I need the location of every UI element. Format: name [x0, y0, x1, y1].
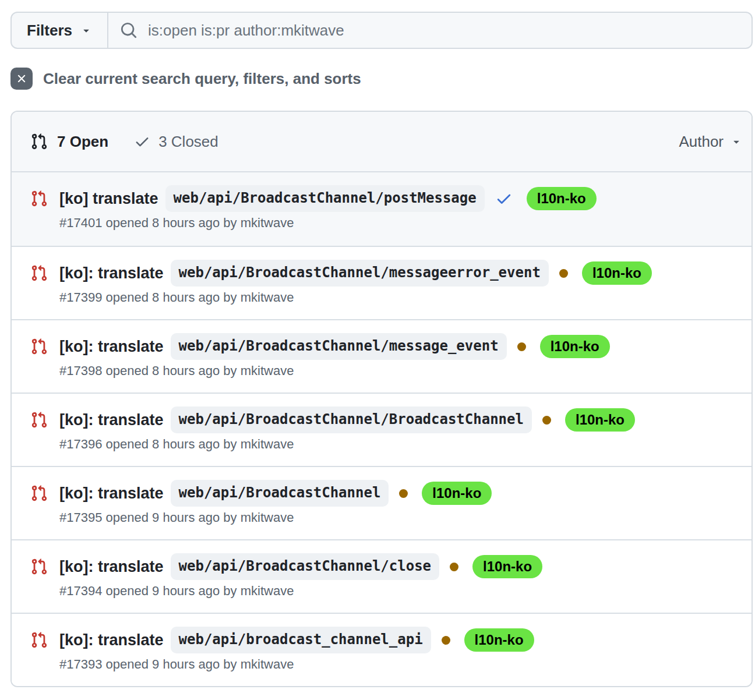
pr-title-link[interactable]: [ko]: translate web/api/BroadcastChannel… [59, 260, 549, 287]
pull-request-row[interactable]: [ko] translate web/api/BroadcastChannel/… [12, 172, 752, 246]
checks-pending-icon[interactable] [542, 416, 551, 425]
checks-pending-icon[interactable] [517, 342, 526, 351]
pr-meta-text: #17396 opened 8 hours ago by mkitwave [59, 437, 733, 452]
pr-meta-text: #17398 opened 8 hours ago by mkitwave [59, 363, 733, 379]
pr-meta-text: #17394 opened 9 hours ago by mkitwave [59, 584, 733, 599]
pull-request-row[interactable]: [ko]: translate web/api/BroadcastChannel… [12, 466, 752, 539]
pull-request-row[interactable]: [ko]: translate web/api/BroadcastChannel… [12, 246, 752, 319]
pr-title-link[interactable]: [ko]: translate web/api/BroadcastChannel [59, 480, 389, 507]
pr-meta-text: #17401 opened 8 hours ago by mkitwave [59, 215, 733, 231]
pull-request-row[interactable]: [ko]: translate web/api/BroadcastChannel… [12, 539, 752, 613]
pr-title-link[interactable]: [ko]: translate web/api/BroadcastChannel… [59, 406, 532, 433]
pr-title-link[interactable]: [ko]: translate web/api/BroadcastChannel… [59, 333, 507, 360]
filters-dropdown-button[interactable]: Filters [12, 13, 108, 48]
pull-request-icon [30, 190, 48, 207]
search-icon [120, 22, 137, 39]
pr-title-code-chip: web/api/BroadcastChannel/messageerror_ev… [171, 260, 549, 287]
tab-closed[interactable]: 3 Closed [134, 133, 218, 151]
search-field[interactable] [108, 13, 752, 48]
pr-title-text: [ko]: translate [59, 627, 164, 653]
pull-request-icon [30, 558, 48, 575]
list-header: 7 Open 3 Closed Author [12, 112, 752, 172]
pr-title-text: [ko]: translate [59, 480, 164, 507]
pr-meta-text: #17395 opened 9 hours ago by mkitwave [59, 510, 733, 525]
checks-pending-icon[interactable] [442, 636, 450, 645]
pr-list-rows: [ko] translate web/api/BroadcastChannel/… [12, 172, 752, 686]
pull-request-row[interactable]: [ko]: translate web/api/broadcast_channe… [12, 613, 752, 686]
pr-title-code-chip: web/api/BroadcastChannel/message_event [171, 333, 507, 360]
pull-request-icon [30, 631, 48, 649]
sort-author-dropdown[interactable]: Author [679, 112, 742, 171]
pr-title-link[interactable]: [ko] translate web/api/BroadcastChannel/… [59, 185, 485, 212]
clear-search-label: Clear current search query, filters, and… [43, 70, 361, 88]
label-l10n-ko[interactable]: l10n-ko [540, 335, 610, 358]
label-l10n-ko[interactable]: l10n-ko [527, 187, 597, 210]
pull-request-icon [30, 338, 48, 355]
chevron-down-icon [80, 24, 92, 36]
search-filter-bar: Filters [10, 12, 753, 49]
pull-request-row[interactable]: [ko]: translate web/api/BroadcastChannel… [12, 393, 752, 466]
pull-request-row[interactable]: [ko]: translate web/api/BroadcastChannel… [12, 319, 752, 393]
pull-request-icon [30, 264, 48, 282]
sort-author-label: Author [679, 133, 724, 151]
clear-search-button[interactable]: Clear current search query, filters, and… [10, 68, 361, 90]
pr-title-text: [ko]: translate [59, 553, 164, 580]
pull-request-list: 7 Open 3 Closed Author [ko] translate we… [10, 111, 753, 687]
closed-count-label: 3 Closed [158, 133, 218, 151]
pr-title-code-chip: web/api/BroadcastChannel [171, 480, 389, 507]
checks-pending-icon[interactable] [399, 489, 408, 498]
chevron-down-icon [731, 136, 742, 147]
pr-title-text: [ko] translate [59, 185, 158, 212]
pr-title-text: [ko]: translate [59, 406, 164, 433]
pr-meta-text: #17393 opened 9 hours ago by mkitwave [59, 657, 733, 672]
pr-title-text: [ko]: translate [59, 260, 164, 287]
pr-title-link[interactable]: [ko]: translate web/api/BroadcastChannel… [59, 553, 439, 580]
tab-open[interactable]: 7 Open [30, 133, 108, 151]
pr-title-code-chip: web/api/broadcast_channel_api [171, 627, 431, 653]
label-l10n-ko[interactable]: l10n-ko [464, 628, 534, 652]
filters-label: Filters [27, 22, 72, 40]
label-l10n-ko[interactable]: l10n-ko [582, 261, 652, 285]
close-icon[interactable] [10, 68, 33, 90]
label-l10n-ko[interactable]: l10n-ko [565, 408, 635, 432]
pr-title-code-chip: web/api/BroadcastChannel/postMessage [165, 185, 485, 212]
checks-pending-icon[interactable] [450, 563, 458, 571]
pr-title-code-chip: web/api/BroadcastChannel/close [171, 553, 439, 580]
pr-meta-text: #17399 opened 8 hours ago by mkitwave [59, 290, 733, 305]
pull-request-icon [30, 411, 48, 429]
pull-request-icon [30, 485, 48, 502]
open-count-label: 7 Open [57, 133, 108, 151]
check-icon [134, 133, 150, 150]
label-l10n-ko[interactable]: l10n-ko [422, 482, 492, 505]
checks-pending-icon[interactable] [559, 269, 568, 278]
checks-passed-icon[interactable] [495, 190, 513, 207]
pr-title-text: [ko]: translate [59, 333, 164, 360]
pull-request-icon [30, 133, 48, 150]
search-input[interactable] [148, 22, 740, 40]
pr-title-link[interactable]: [ko]: translate web/api/broadcast_channe… [59, 627, 431, 653]
label-l10n-ko[interactable]: l10n-ko [472, 555, 542, 578]
pr-title-code-chip: web/api/BroadcastChannel/BroadcastChanne… [171, 406, 532, 433]
